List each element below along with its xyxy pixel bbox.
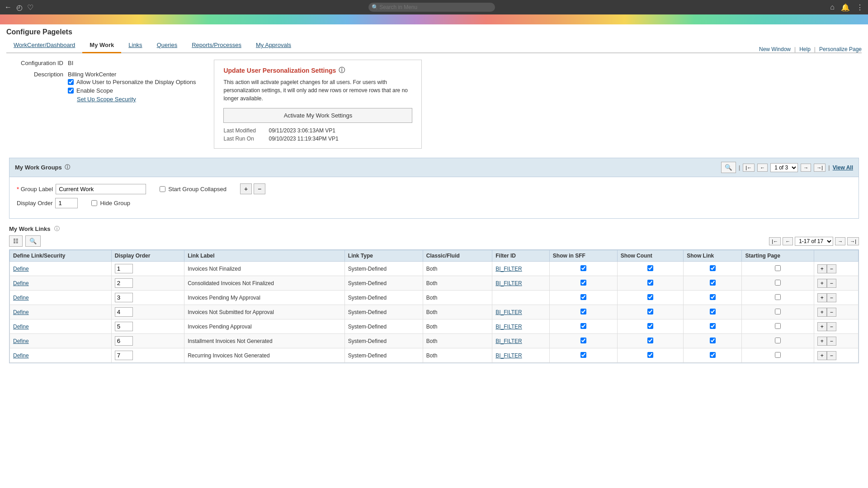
remove-row-btn[interactable]: −	[827, 279, 836, 288]
tab-links[interactable]: Links	[121, 38, 149, 53]
add-row-btn[interactable]: +	[817, 308, 827, 317]
define-link[interactable]: Define	[13, 280, 29, 286]
personalize-link[interactable]: Personalize Page	[819, 46, 862, 52]
show-sff-checkbox[interactable]	[580, 309, 586, 314]
add-row-btn[interactable]: +	[817, 264, 827, 273]
enable-scope-checkbox[interactable]	[68, 88, 74, 94]
history-icon[interactable]: ◴	[16, 3, 23, 12]
add-row-btn[interactable]: +	[817, 279, 827, 288]
links-grid-btn[interactable]: ☷	[9, 235, 23, 247]
remove-row-btn[interactable]: −	[827, 264, 836, 273]
starting-page-checkbox[interactable]	[775, 352, 781, 358]
filter-id-link[interactable]: BI_FILTER	[495, 280, 522, 286]
show-sff-checkbox[interactable]	[580, 294, 586, 300]
home-icon[interactable]: ⌂	[830, 3, 835, 11]
pag-first-btn[interactable]: |←	[743, 164, 755, 172]
add-group-btn[interactable]: +	[240, 183, 252, 194]
pag-last-btn[interactable]: →|	[814, 164, 826, 172]
order-input[interactable]	[115, 351, 133, 360]
starting-page-checkbox[interactable]	[775, 309, 781, 314]
remove-row-btn[interactable]: −	[827, 351, 836, 360]
filter-id-link[interactable]: BI_FILTER	[495, 324, 522, 330]
links-pag-select[interactable]: 1-17 of 17	[795, 237, 833, 246]
show-count-checkbox[interactable]	[647, 323, 653, 329]
show-sff-checkbox[interactable]	[580, 265, 586, 271]
order-input[interactable]	[115, 264, 133, 273]
add-row-btn[interactable]: +	[817, 322, 827, 331]
show-link-checkbox[interactable]	[710, 265, 716, 271]
order-input[interactable]	[115, 336, 133, 346]
pag-prev-btn[interactable]: ←	[757, 164, 768, 172]
order-input[interactable]	[115, 278, 133, 288]
order-input[interactable]	[115, 322, 133, 331]
remove-group-btn[interactable]: −	[254, 183, 265, 194]
show-sff-checkbox[interactable]	[580, 352, 586, 358]
show-link-checkbox[interactable]	[710, 352, 716, 358]
show-count-checkbox[interactable]	[647, 352, 653, 358]
remove-row-btn[interactable]: −	[827, 337, 836, 346]
filter-id-link[interactable]: BI_FILTER	[495, 352, 522, 359]
remove-row-btn[interactable]: −	[827, 322, 836, 331]
start-group-collapsed-checkbox[interactable]	[160, 186, 165, 192]
tab-workcenter-dashboard[interactable]: WorkCenter/Dashboard	[6, 38, 82, 53]
show-sff-checkbox[interactable]	[580, 280, 586, 286]
allow-personalize-checkbox[interactable]	[68, 79, 74, 85]
add-row-btn[interactable]: +	[817, 351, 827, 360]
define-link[interactable]: Define	[13, 266, 29, 272]
remove-row-btn[interactable]: −	[827, 293, 836, 302]
add-row-btn[interactable]: +	[817, 337, 827, 346]
show-link-checkbox[interactable]	[710, 280, 716, 286]
links-search-btn[interactable]: 🔍	[25, 235, 41, 247]
show-link-checkbox[interactable]	[710, 338, 716, 343]
set-up-scope-link[interactable]: Set Up Scope Security	[77, 96, 196, 103]
links-pag-last-btn[interactable]: →|	[847, 237, 859, 245]
show-link-checkbox[interactable]	[710, 309, 716, 314]
define-link[interactable]: Define	[13, 324, 29, 330]
show-sff-checkbox[interactable]	[580, 323, 586, 329]
add-row-btn[interactable]: +	[817, 293, 827, 302]
update-box-info-icon[interactable]: ⓘ	[339, 66, 345, 75]
define-link[interactable]: Define	[13, 295, 29, 301]
show-count-checkbox[interactable]	[647, 294, 653, 300]
starting-page-checkbox[interactable]	[775, 265, 781, 271]
order-input[interactable]	[115, 307, 133, 317]
links-pag-next-btn[interactable]: →	[835, 237, 845, 245]
view-all-link[interactable]: View All	[833, 164, 853, 171]
starting-page-checkbox[interactable]	[775, 294, 781, 300]
more-icon[interactable]: ⋮	[856, 3, 863, 12]
activate-button[interactable]: Activate My Work Settings	[223, 108, 412, 123]
define-link[interactable]: Define	[13, 352, 29, 359]
define-link[interactable]: Define	[13, 338, 29, 344]
order-input[interactable]	[115, 293, 133, 302]
show-count-checkbox[interactable]	[647, 338, 653, 343]
new-window-link[interactable]: New Window	[759, 46, 791, 52]
starting-page-checkbox[interactable]	[775, 323, 781, 329]
show-link-checkbox[interactable]	[710, 323, 716, 329]
favorites-icon[interactable]: ♡	[27, 3, 33, 12]
filter-id-link[interactable]: BI_FILTER	[495, 338, 522, 344]
tab-reports-processes[interactable]: Reports/Processes	[184, 38, 249, 53]
show-count-checkbox[interactable]	[647, 309, 653, 314]
starting-page-checkbox[interactable]	[775, 280, 781, 286]
pag-select[interactable]: 1 of 32 of 33 of 3	[770, 163, 798, 172]
pag-next-btn[interactable]: →	[801, 164, 811, 172]
links-pag-prev-btn[interactable]: ←	[783, 237, 793, 245]
group-label-input[interactable]	[56, 184, 146, 194]
links-info-icon[interactable]: ⓘ	[54, 225, 60, 233]
tab-my-work[interactable]: My Work	[82, 38, 121, 53]
tab-queries[interactable]: Queries	[150, 38, 185, 53]
back-icon[interactable]: ←	[5, 3, 12, 11]
show-sff-checkbox[interactable]	[580, 338, 586, 343]
starting-page-checkbox[interactable]	[775, 338, 781, 343]
remove-row-btn[interactable]: −	[827, 308, 836, 317]
hide-group-checkbox[interactable]	[91, 200, 97, 206]
search-input[interactable]	[368, 3, 495, 12]
show-count-checkbox[interactable]	[647, 280, 653, 286]
work-groups-info-icon[interactable]: ⓘ	[65, 164, 70, 171]
show-link-checkbox[interactable]	[710, 294, 716, 300]
show-count-checkbox[interactable]	[647, 265, 653, 271]
bell-icon[interactable]: 🔔	[841, 3, 850, 12]
links-pag-first-btn[interactable]: |←	[769, 237, 781, 245]
help-link[interactable]: Help	[799, 46, 811, 52]
filter-id-link[interactable]: BI_FILTER	[495, 309, 522, 315]
